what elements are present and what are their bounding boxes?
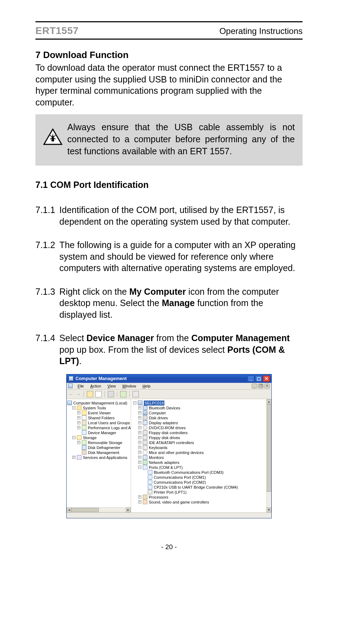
xp-left-pane: Computer Management (Local) − System Too… [67, 399, 131, 512]
text-run: from the [154, 333, 191, 343]
expand-icon[interactable]: + [138, 441, 141, 444]
node-label: Communications Port (COM2) [154, 480, 206, 485]
scroll-thumb[interactable] [267, 404, 271, 492]
tree-item[interactable]: +Disk drives [138, 415, 271, 420]
mdi-restore-button[interactable]: ❐ [258, 384, 264, 389]
menu-window[interactable]: Window [119, 384, 139, 389]
expand-icon[interactable]: + [138, 495, 141, 499]
tree-item[interactable]: +DVD/CD-ROM drives [138, 425, 271, 430]
menu-view[interactable]: View [105, 384, 119, 389]
tree-item[interactable]: +Local Users and Groups [77, 420, 130, 425]
collapse-icon[interactable]: − [72, 406, 75, 409]
tree-item[interactable]: Communications Port (COM1) [143, 475, 271, 480]
close-button[interactable]: ✕ [263, 375, 270, 382]
back-button[interactable]: ← [69, 391, 74, 397]
scroll-up-button[interactable]: ▲ [266, 399, 271, 404]
tree-item[interactable]: Device Manager [77, 430, 130, 435]
tree-item[interactable]: +Floppy disk drives [138, 435, 271, 440]
scroll-down-button[interactable]: ▼ [266, 507, 271, 512]
disk-drives-icon [143, 415, 147, 420]
tree-item[interactable]: +Sound, video and game controllers [138, 500, 271, 505]
tree-item[interactable]: +Monitors [138, 455, 271, 460]
forward-button[interactable]: → [76, 391, 81, 397]
tree-item[interactable]: +Performance Logs and Alerts [77, 425, 130, 430]
properties-icon[interactable] [95, 391, 102, 397]
expand-icon[interactable]: + [77, 411, 80, 414]
mdi-minimize-button[interactable]: _ [252, 384, 257, 389]
menu-help[interactable]: Help [140, 384, 153, 389]
expand-icon[interactable]: + [138, 456, 141, 459]
expand-icon[interactable]: + [138, 500, 141, 504]
expand-icon[interactable]: + [138, 436, 141, 439]
expand-icon[interactable]: + [138, 406, 141, 409]
node-label: Processors [149, 495, 168, 500]
menu-action[interactable]: Action [88, 384, 104, 389]
expand-icon[interactable]: + [77, 441, 80, 444]
tree-item[interactable]: + Services and Applications [72, 455, 130, 460]
tree-item[interactable]: Printer Port (LPT1) [143, 490, 271, 495]
tree-item[interactable]: +Computer [138, 410, 271, 415]
menubar-icon [68, 384, 73, 388]
tree-item[interactable]: +Shared Folders [77, 415, 130, 420]
refresh-icon[interactable] [120, 391, 126, 397]
print-icon[interactable] [108, 391, 114, 397]
tree-item[interactable]: Communications Port (COM2) [143, 480, 271, 485]
expand-icon[interactable]: + [138, 411, 141, 414]
vertical-scrollbar[interactable]: ▲ ▼ [266, 399, 271, 512]
scroll-left-button[interactable]: ◄ [67, 507, 72, 512]
expand-icon[interactable]: + [77, 421, 80, 424]
minimize-button[interactable]: _ [247, 375, 254, 382]
tree-item[interactable]: Bluetooth Communications Port (COM3) [143, 470, 271, 475]
tree-item[interactable]: −Ports (COM & LPT) [138, 465, 271, 470]
expand-icon[interactable]: + [72, 456, 75, 459]
tree-item[interactable]: +IDE ATA/ATAPI controllers [138, 440, 271, 445]
scroll-track[interactable] [72, 507, 126, 512]
up-icon[interactable] [87, 391, 93, 397]
tree-item[interactable]: +Network adapters [138, 460, 271, 465]
node-label: Bluetooth Communications Port (COM3) [154, 470, 224, 475]
menu-file[interactable]: File [75, 384, 87, 389]
tree-item[interactable]: Disk Defragmenter [77, 445, 130, 450]
tree-item[interactable]: +Display adapters [138, 420, 271, 425]
toolbar-separator [84, 391, 84, 397]
expand-icon[interactable]: + [138, 431, 141, 434]
tree-item[interactable]: Disk Management [77, 450, 130, 455]
node-label: Network adapters [149, 460, 179, 465]
tree-item[interactable]: +Event Viewer [77, 410, 130, 415]
dvd-icon [143, 425, 147, 430]
expand-icon[interactable]: + [77, 416, 80, 419]
horizontal-scrollbar[interactable]: ◄ ► [67, 507, 131, 512]
xp-titlebar[interactable]: Computer Management _ ▢ ✕ [67, 374, 271, 383]
numbered-item: 7.1.4 Select Device Manager from the Com… [35, 332, 303, 367]
tree-item[interactable]: − System Tools [72, 406, 130, 410]
scroll-track[interactable] [266, 404, 271, 507]
expand-icon[interactable]: + [138, 416, 141, 419]
tree-item[interactable]: +Keyboards [138, 445, 271, 450]
tree-item[interactable]: +Mice and other pointing devices [138, 450, 271, 455]
collapse-icon[interactable]: − [133, 401, 136, 404]
expand-icon[interactable]: + [138, 446, 141, 449]
expand-icon[interactable]: + [138, 426, 141, 429]
mdi-close-button[interactable]: × [264, 384, 270, 389]
node-label: SELPC018 [144, 401, 164, 406]
tree-root[interactable]: Computer Management (Local) [67, 401, 130, 406]
tree-root[interactable]: − SELPC018 [133, 401, 271, 406]
node-label: Removable Storage [88, 440, 122, 445]
collapse-icon[interactable]: − [138, 466, 141, 469]
tree-item[interactable]: +Floppy disk controllers [138, 430, 271, 435]
expand-icon[interactable]: + [138, 451, 141, 454]
tree-item[interactable]: +Processors [138, 495, 271, 500]
tree-item[interactable]: +Bluetooth Devices [138, 406, 271, 410]
header-doc-type: Operating Instructions [219, 26, 303, 36]
scroll-right-button[interactable]: ► [126, 507, 131, 512]
scroll-thumb[interactable] [72, 508, 99, 512]
expand-icon[interactable]: + [138, 421, 141, 424]
tree-item[interactable]: CP210x USB to UART Bridge Controller (CO… [143, 485, 271, 490]
expand-icon[interactable]: + [138, 461, 141, 464]
tree-item[interactable]: +Removable Storage [77, 440, 130, 445]
tree-item[interactable]: − Storage [72, 435, 130, 440]
collapse-icon[interactable]: − [72, 436, 75, 439]
maximize-button[interactable]: ▢ [255, 375, 262, 382]
expand-icon[interactable]: + [77, 426, 80, 429]
help-icon[interactable] [133, 391, 139, 397]
